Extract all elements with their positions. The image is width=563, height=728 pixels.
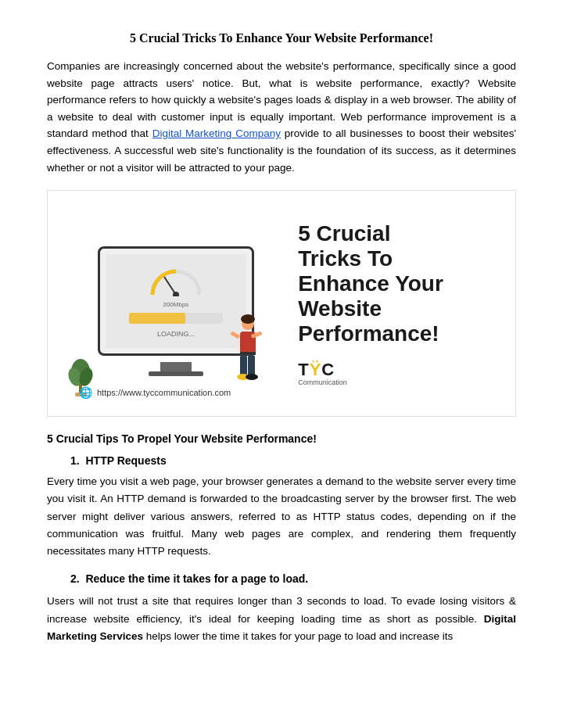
loading-text: LOADING... [157,330,195,338]
svg-rect-10 [240,352,256,355]
image-inner: 200Mbps LOADING... [48,191,515,416]
svg-line-6 [164,277,176,295]
item2-number: 2. [70,572,80,585]
website-url: https://www.tyccommunication.com [97,388,231,397]
loading-bar [129,313,223,324]
svg-rect-11 [240,355,247,377]
item1-body: Every time you visit a web page, your br… [47,473,516,560]
item2-body-start: Users will not trust a site that require… [47,595,516,624]
list-item-1: 1. HTTP Requests [70,454,516,467]
tyc-logo-text: TŸC [298,360,335,379]
svg-point-14 [246,374,258,380]
image-right-title: 5 CrucialTricks ToEnhance YourWebsitePer… [298,221,443,347]
hero-image: 200Mbps LOADING... [47,190,516,417]
loading-bar-fill [129,313,185,324]
communication-text: Communication [298,378,347,386]
website-url-bar: 🌐 https://www.tyccommunication.com [79,386,231,399]
person-figure [226,314,265,393]
svg-point-8 [241,314,255,324]
svg-rect-12 [248,355,255,377]
item2-body-end: helps lower the time it takes for your p… [143,630,453,642]
globe-icon: 🌐 [79,386,92,399]
svg-rect-15 [230,331,240,339]
section1-title: 5 Crucial Tips To Propel Your Website Pe… [47,432,516,445]
image-text-panel: 5 CrucialTricks ToEnhance YourWebsitePer… [290,199,500,408]
page-container: 5 Crucial Tricks To Enhance Your Website… [0,0,563,728]
item1-number: 1. [70,454,80,467]
speed-label: 200Mbps [163,301,188,308]
main-title: 5 Crucial Tricks To Enhance Your Website… [47,31,516,45]
item1-title: 1. HTTP Requests [70,454,516,467]
monitor-base [149,371,203,376]
item2-title-text: Reduce the time it takes for a page to l… [85,572,308,585]
tyc-logo-container: TŸC Communication [298,360,347,386]
intro-paragraph: Companies are increasingly concerned abo… [47,58,516,176]
tyc-logo: TŸC Communication [298,360,347,386]
item1-title-text: HTTP Requests [85,454,166,467]
tyc-dot: Ÿ [310,360,322,379]
monitor-stand [160,362,192,371]
digital-marketing-company-link[interactable]: Digital Marketing Company [152,127,281,139]
speedometer [149,265,203,296]
item2-body: Users will not trust a site that require… [47,593,516,645]
image-illustration: 200Mbps LOADING... [63,199,273,408]
list-item-2-title: 2. Reduce the time it takes for a page t… [70,572,516,585]
